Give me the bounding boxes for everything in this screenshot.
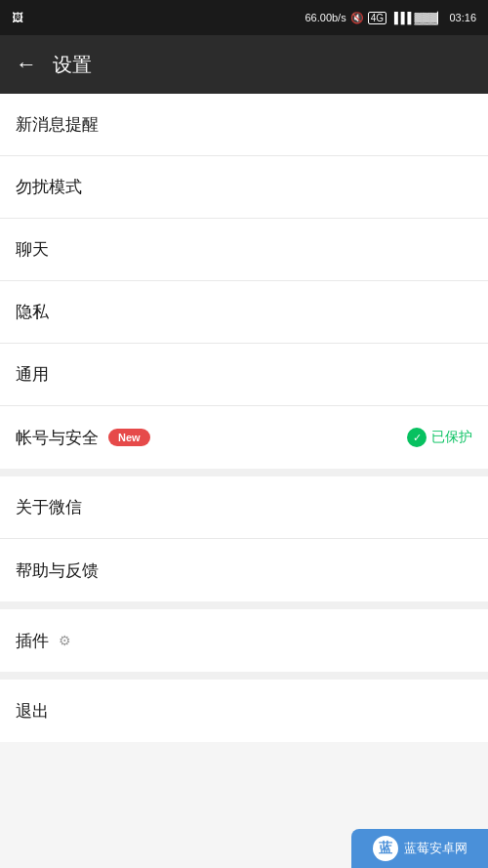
status-bar-left: 🖼 (12, 11, 23, 24)
protected-label: 已保护 (431, 429, 472, 446)
settings-item-no-disturb[interactable]: 勿扰模式 (0, 156, 488, 219)
back-button[interactable]: ← (16, 52, 37, 77)
settings-item-about-wechat[interactable]: 关于微信 (0, 476, 488, 539)
help-feedback-label: 帮助与反馈 (16, 559, 99, 582)
status-bar: 🖼 66.00b/s 🔇 4G ▐▐▐ ▓▓▓▏ 03:16 (0, 0, 488, 35)
account-security-label: 帐号与安全 (16, 427, 99, 449)
page-title: 设置 (53, 52, 92, 78)
time-display: 03:16 (449, 12, 476, 23)
network-type: 4G (368, 12, 386, 24)
settings-item-help-feedback[interactable]: 帮助与反馈 (0, 539, 488, 601)
protected-status: ✓ 已保护 (407, 428, 472, 447)
image-icon: 🖼 (12, 11, 23, 24)
settings-item-logout[interactable]: 退出 (0, 680, 488, 742)
header: ← 设置 (0, 35, 488, 94)
status-bar-right: 66.00b/s 🔇 4G ▐▐▐ ▓▓▓▏ 03:16 (305, 12, 476, 24)
signal-icon: ▐▐▐ (390, 12, 410, 23)
privacy-label: 隐私 (16, 301, 49, 323)
new-message-label: 新消息提醒 (16, 113, 99, 136)
plugin-icon: ⚙ (59, 633, 71, 648)
settings-item-new-message[interactable]: 新消息提醒 (0, 94, 488, 156)
watermark-text: 蓝莓安卓网 (404, 840, 468, 857)
settings-group-2: 关于微信 帮助与反馈 (0, 476, 488, 601)
settings-item-general[interactable]: 通用 (0, 344, 488, 406)
protected-icon: ✓ (407, 428, 427, 447)
no-disturb-label: 勿扰模式 (16, 176, 82, 198)
general-label: 通用 (16, 363, 49, 386)
mute-icon: 🔇 (350, 12, 364, 24)
chat-label: 聊天 (16, 238, 49, 261)
settings-item-account-security[interactable]: 帐号与安全 New ✓ 已保护 (0, 406, 488, 469)
settings-group-4: 退出 (0, 680, 488, 742)
speed-text: 66.00b/s (305, 12, 346, 23)
settings-group-3: 插件 ⚙ (0, 609, 488, 672)
settings-section: 新消息提醒 勿扰模式 聊天 隐私 通用 帐号与安全 New (0, 94, 488, 742)
watermark-icon: 蓝 (373, 836, 398, 861)
plugins-label: 插件 (16, 630, 49, 652)
logout-label: 退出 (16, 700, 49, 723)
new-badge: New (108, 429, 150, 446)
about-wechat-label: 关于微信 (16, 496, 82, 518)
watermark: 蓝 蓝莓安卓网 (351, 829, 488, 868)
settings-item-privacy[interactable]: 隐私 (0, 281, 488, 344)
settings-item-plugins[interactable]: 插件 ⚙ (0, 609, 488, 672)
battery-icon: ▓▓▓▏ (414, 12, 445, 24)
settings-group-1: 新消息提醒 勿扰模式 聊天 隐私 通用 帐号与安全 New (0, 94, 488, 469)
settings-item-chat[interactable]: 聊天 (0, 219, 488, 281)
